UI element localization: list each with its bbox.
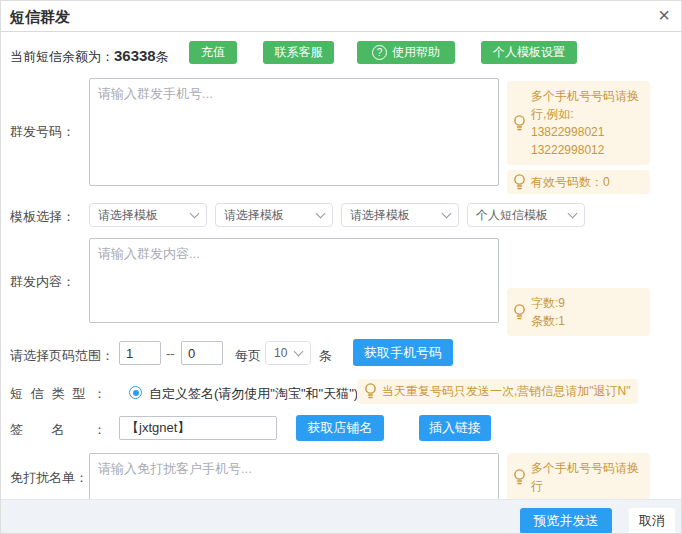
message-count-text: 条数:1 (531, 312, 565, 330)
signature-input[interactable] (119, 416, 277, 440)
insert-link-button[interactable]: 插入链接 (419, 415, 491, 441)
question-circle-icon: ? (372, 45, 387, 60)
page-range-label: 请选择页码范围： (10, 347, 114, 365)
template-select-personal-value: 个人短信模板 (476, 207, 548, 224)
chevron-down-icon (442, 209, 452, 219)
content-label: 群发内容： (10, 273, 75, 291)
count-hint-box: 字数:9 条数:1 (507, 288, 650, 336)
chevron-down-icon (316, 209, 326, 219)
bulb-icon (513, 304, 526, 321)
numbers-hint-box: 多个手机号号码请换行,例如: 13822998021 13222998012 (507, 81, 650, 165)
per-page-unit: 条 (319, 347, 332, 365)
char-count-text: 字数:9 (531, 294, 565, 312)
personal-template-settings-button[interactable]: 个人模板设置 (481, 41, 577, 64)
sms-type-label: 短信类型： (10, 385, 106, 403)
custom-signature-radio[interactable] (129, 386, 142, 399)
balance-unit: 条 (156, 49, 169, 64)
help-button-label: 使用帮助 (392, 44, 440, 61)
close-icon[interactable]: × (658, 4, 670, 26)
template-select-2[interactable]: 请选择模板 (215, 203, 333, 227)
get-shop-name-button[interactable]: 获取店铺名 (296, 415, 384, 441)
bulb-icon (513, 115, 526, 132)
dialog-title: 短信群发 (10, 8, 70, 27)
valid-count-hint-box: 有效号码数：0 (507, 170, 650, 194)
template-select-1-value: 请选择模板 (98, 207, 158, 224)
signature-label: 签名： (10, 421, 106, 439)
balance-text: 当前短信余额为：36338条 (10, 47, 169, 66)
header-divider (1, 31, 681, 32)
preview-and-send-button[interactable]: 预览并发送 (520, 508, 612, 534)
numbers-hint-example1: 13822998021 (531, 123, 646, 141)
bulb-icon (364, 383, 377, 400)
balance-prefix: 当前短信余额为： (10, 49, 114, 64)
template-select-personal[interactable]: 个人短信模板 (467, 203, 585, 227)
chevron-down-icon (568, 209, 578, 219)
duplicate-number-hint-box: 当天重复号码只发送一次,营销信息请加"退订N" (357, 379, 638, 404)
page-size-value: 10 (274, 346, 287, 360)
template-select-1[interactable]: 请选择模板 (89, 203, 207, 227)
numbers-hint-line: 多个手机号号码请换行,例如: (531, 87, 646, 123)
template-select-2-value: 请选择模板 (224, 207, 284, 224)
template-select-3-value: 请选择模板 (350, 207, 410, 224)
chevron-down-icon (294, 347, 304, 357)
custom-signature-radio-label: 自定义签名(请勿使用"淘宝"和"天猫") (149, 385, 358, 403)
bulb-icon (513, 174, 526, 191)
page-from-input[interactable] (119, 341, 161, 365)
bulb-icon (513, 469, 526, 486)
page-range-separator: -- (166, 346, 175, 361)
valid-count-text: 有效号码数：0 (531, 173, 610, 191)
per-page-label: 每页 (235, 347, 261, 365)
template-label: 模板选择： (10, 208, 75, 226)
numbers-label: 群发号码： (10, 123, 75, 141)
numbers-textarea[interactable] (89, 78, 499, 186)
numbers-hint-example2: 13222998012 (531, 141, 646, 159)
help-button[interactable]: ? 使用帮助 (357, 41, 455, 64)
recharge-button[interactable]: 充值 (189, 41, 237, 64)
sms-bulk-send-dialog: 短信群发 × 当前短信余额为：36338条 充值 联系客服 ? 使用帮助 个人模… (0, 0, 682, 534)
contact-support-button[interactable]: 联系客服 (263, 41, 334, 64)
content-textarea[interactable] (89, 238, 499, 323)
dnd-hint-box: 多个手机号号码请换行 (507, 453, 650, 501)
fetch-phone-numbers-button[interactable]: 获取手机号码 (353, 339, 453, 366)
balance-amount: 36338 (114, 47, 156, 64)
dnd-label: 免打扰名单： (10, 469, 88, 487)
page-size-select[interactable]: 10 (265, 341, 311, 365)
cancel-button[interactable]: 取消 (629, 508, 675, 534)
page-to-input[interactable] (181, 341, 223, 365)
template-select-3[interactable]: 请选择模板 (341, 203, 459, 227)
duplicate-number-hint-text: 当天重复号码只发送一次,营销信息请加"退订N" (382, 383, 631, 400)
dnd-hint-text: 多个手机号号码请换行 (531, 459, 646, 495)
chevron-down-icon (190, 209, 200, 219)
